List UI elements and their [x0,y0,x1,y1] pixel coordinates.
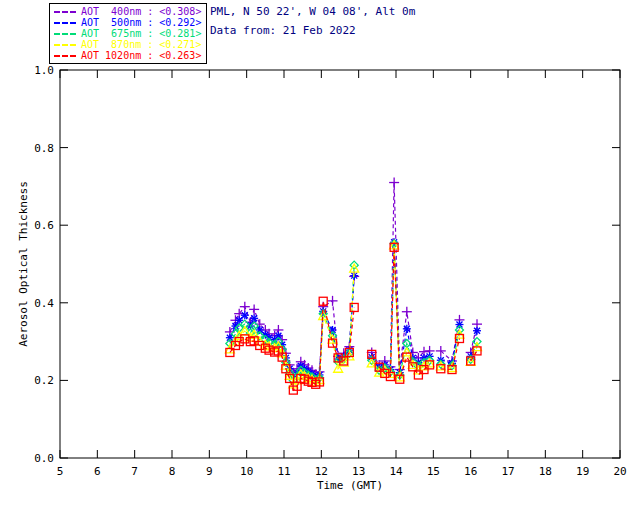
legend-line-sample-500nm [54,22,76,24]
asterisk-marker [250,314,258,322]
x-tick-label: 8 [169,465,176,478]
y-tick-label: 0.8 [34,142,54,155]
legend-line-sample-675nm [54,33,76,35]
x-tick-label: 20 [613,465,626,478]
x-tick-label: 16 [464,465,477,478]
legend-line-sample-870nm [54,44,76,46]
x-tick-label: 15 [427,465,440,478]
axes: 5678910111213141516171819200.00.20.40.60… [17,64,627,492]
data-date-subtitle: Data from: 21 Feb 2022 [210,24,356,37]
plus-marker [402,307,412,317]
x-tick-label: 13 [352,465,365,478]
legend-entry-400nm: AOT 400nm : <0.308> [54,6,201,17]
x-tick-label: 12 [315,465,328,478]
legend-line-sample-400nm [54,11,76,13]
x-tick-label: 5 [57,465,64,478]
legend-label-500nm: AOT 500nm : <0.292> [81,17,201,28]
plus-marker [249,304,259,314]
legend-label-675nm: AOT 675nm : <0.281> [81,28,201,39]
series-line-500nm [372,242,430,372]
legend-label-400nm: AOT 400nm : <0.308> [81,6,201,17]
legend-entry-500nm: AOT 500nm : <0.292> [54,17,201,28]
x-axis-label: Time (GMT) [317,479,383,492]
legend-box: AOT 400nm : <0.308> AOT 500nm : <0.292> … [49,3,207,64]
x-tick-label: 14 [389,465,403,478]
y-tick-label: 0.2 [34,374,54,387]
legend-entry-1020nm: AOT 1020nm : <0.263> [54,50,201,61]
plus-marker [328,296,338,306]
x-tick-label: 18 [539,465,552,478]
legend-entry-870nm: AOT 870nm : <0.271> [54,39,201,50]
legend-label-1020nm: AOT 1020nm : <0.263> [81,50,201,61]
series-line-400nm [372,183,430,370]
plus-marker [436,346,446,356]
x-tick-label: 6 [94,465,101,478]
x-tick-label: 10 [240,465,253,478]
y-tick-label: 0.6 [34,219,54,232]
x-tick-label: 11 [277,465,290,478]
aot-time-series-chart: 5678910111213141516171819200.00.20.40.60… [0,0,640,512]
asterisk-marker [403,325,411,333]
x-tick-label: 7 [131,465,138,478]
asterisk-marker [473,327,481,335]
legend-label-870nm: AOT 870nm : <0.271> [81,39,201,50]
y-axis-label: Aerosol Optical Thickness [17,181,30,347]
asterisk-marker [274,332,282,340]
legend-entry-675nm: AOT 675nm : <0.281> [54,28,201,39]
asterisk-marker [241,311,249,319]
y-tick-label: 0.0 [34,452,54,465]
x-tick-label: 9 [206,465,213,478]
asterisk-marker [455,321,463,329]
legend-line-sample-1020nm [54,55,76,57]
y-tick-label: 0.4 [34,297,54,310]
x-tick-label: 17 [501,465,514,478]
y-tick-label: 1.0 [34,64,54,77]
station-location-title: PML, N 50 22', W 04 08', Alt 0m [210,5,415,18]
aot-plot-page: 5678910111213141516171819200.00.20.40.60… [0,0,640,512]
plus-marker [389,178,399,188]
x-tick-label: 19 [576,465,589,478]
